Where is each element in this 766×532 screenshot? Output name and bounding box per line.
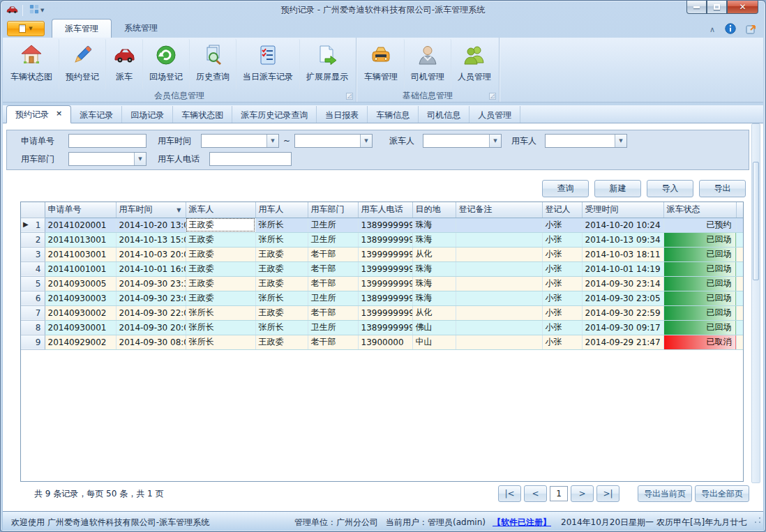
ribbon-button-车辆状态图[interactable]: 车辆状态图	[4, 39, 59, 89]
doc-tab-派车历史记录查询[interactable]: 派车历史记录查询	[232, 106, 317, 123]
use-time-from-combo[interactable]: ▼	[201, 134, 279, 148]
cell-登记备注[interactable]	[456, 232, 542, 247]
cell-派车人[interactable]: 张所长	[186, 335, 255, 349]
cell-登记备注[interactable]	[456, 305, 542, 320]
cell-用车人[interactable]: 王政委	[255, 247, 308, 261]
cell-受理时间[interactable]: 2014-09-30 23:05	[582, 291, 663, 305]
table-row[interactable]: 4201410010012014-10-01 16:00王政委王政委老干部139…	[21, 261, 743, 276]
doc-tab-当日报表[interactable]: 当日报表	[317, 106, 368, 123]
cell-登记人[interactable]: 小张	[542, 291, 582, 305]
cell-登记备注[interactable]	[456, 218, 542, 232]
ribbon-button-人员管理[interactable]: 人员管理	[451, 39, 497, 89]
next-page-button[interactable]: >	[571, 485, 594, 502]
cell-用车时间[interactable]: 2014-10-13 15:00	[116, 232, 186, 247]
prev-page-button[interactable]: <	[524, 485, 547, 502]
cell-登记人[interactable]: 小张	[542, 218, 582, 232]
doc-tab-预约记录[interactable]: 预约记录×	[6, 105, 71, 123]
doc-tab-车辆状态图[interactable]: 车辆状态图	[173, 106, 232, 123]
cell-申请单号[interactable]: 20140929002	[45, 335, 116, 349]
cell-目的地[interactable]: 珠海	[412, 291, 456, 305]
cell-受理时间[interactable]: 2014-09-30 22:59	[582, 305, 663, 320]
cell-用车人[interactable]: 张所长	[255, 320, 308, 335]
doc-tab-派车记录[interactable]: 派车记录	[71, 106, 122, 123]
cell-用车人电话[interactable]: 1389999999	[358, 320, 412, 335]
cell-登记人[interactable]: 小张	[542, 320, 582, 335]
cell-派车状态[interactable]: 已回场	[663, 247, 736, 261]
cell-受理时间[interactable]: 2014-10-13 09:34	[582, 232, 663, 247]
ribbon-button-司机管理[interactable]: 司机管理	[405, 39, 451, 89]
cell-目的地[interactable]: 从化	[412, 247, 456, 261]
cell-用车时间[interactable]: 2014-09-30 23:30	[116, 276, 186, 291]
cell-登记备注[interactable]	[456, 261, 542, 276]
ribbon-button-扩展屏显示[interactable]: 扩展屏显示	[300, 39, 354, 89]
column-header-申请单号[interactable]: 申请单号	[45, 202, 116, 218]
cell-用车人电话[interactable]: 13999999999	[358, 276, 412, 291]
cell-用车部门[interactable]: 老干部	[308, 335, 358, 349]
cell-登记人[interactable]: 小张	[542, 232, 582, 247]
column-header-登记人[interactable]: 登记人	[542, 202, 582, 218]
cell-用车时间[interactable]: 2014-09-30 22:00	[116, 305, 186, 320]
cell-用车人电话[interactable]: 1389999999	[358, 218, 412, 232]
cell-派车人[interactable]: 张所长	[186, 320, 255, 335]
cell-派车状态[interactable]: 已回场	[663, 291, 736, 305]
cell-用车部门[interactable]: 老干部	[308, 247, 358, 261]
vertical-scrollbar[interactable]	[751, 123, 760, 483]
cell-申请单号[interactable]: 20141013001	[45, 232, 116, 247]
cell-派车状态[interactable]: 已回场	[663, 320, 736, 335]
row-header[interactable]: 9	[21, 335, 45, 349]
cell-派车人[interactable]: 王政委	[186, 232, 255, 247]
page-number-input[interactable]	[550, 486, 568, 501]
action-button-查询[interactable]: 查询	[542, 180, 589, 197]
use-time-to-combo[interactable]: ▼	[294, 134, 373, 148]
cell-用车部门[interactable]: 老干部	[308, 276, 358, 291]
cell-目的地[interactable]: 从化	[412, 305, 456, 320]
table-row[interactable]: 9201409290022014-09-30 08:00张所长王政委老干部139…	[21, 335, 743, 349]
cell-用车人[interactable]: 张所长	[255, 291, 308, 305]
cell-登记备注[interactable]	[456, 276, 542, 291]
cell-登记人[interactable]: 小张	[542, 276, 582, 291]
ribbon-button-历史查询[interactable]: 历史查询	[190, 39, 236, 89]
cell-用车人[interactable]: 王政委	[255, 335, 308, 349]
cell-派车人[interactable]: 王政委	[186, 247, 255, 261]
cell-登记人[interactable]: 小张	[542, 335, 582, 349]
cell-登记备注[interactable]	[456, 247, 542, 261]
column-header-用车人[interactable]: 用车人	[255, 202, 308, 218]
action-button-新建[interactable]: 新建	[594, 180, 641, 197]
table-row[interactable]: 2201410130012014-10-13 15:00王政委张所长卫生所138…	[21, 232, 743, 247]
resize-grip-icon[interactable]	[754, 517, 761, 524]
table-row[interactable]: 6201409300032014-09-30 23:00王政委张所长卫生所138…	[21, 291, 743, 305]
last-page-button[interactable]: >|	[596, 485, 619, 502]
application-menu-button[interactable]: ▼	[7, 21, 45, 36]
table-row[interactable]: 5201409300052014-09-30 23:30王政委王政委老干部139…	[21, 276, 743, 291]
cell-申请单号[interactable]: 20141003001	[45, 247, 116, 261]
action-button-导出[interactable]: 导出	[699, 180, 746, 197]
cell-派车状态[interactable]: 已回场	[663, 261, 736, 276]
column-header-用车人电话[interactable]: 用车人电话	[358, 202, 412, 218]
close-button[interactable]: ✕	[727, 1, 758, 14]
column-header-登记备注[interactable]: 登记备注	[456, 202, 542, 218]
cell-用车部门[interactable]: 卫生所	[308, 320, 358, 335]
cell-派车人[interactable]: 王政委	[186, 261, 255, 276]
row-header[interactable]: 4	[21, 261, 45, 276]
ribbon-button-预约登记[interactable]: 预约登记	[59, 39, 106, 89]
cell-受理时间[interactable]: 2014-09-30 09:17	[582, 320, 663, 335]
ribbon-button-当日派车记录[interactable]: 当日派车记录	[236, 39, 300, 89]
column-header-派车状态[interactable]: 派车状态	[663, 202, 736, 218]
table-row[interactable]: 7201409300022014-09-30 22:00张所长王政委老干部139…	[21, 305, 743, 320]
table-row[interactable]: 3201410030012014-10-03 20:00王政委王政委老干部139…	[21, 247, 743, 261]
cell-目的地[interactable]: 珠海	[412, 218, 456, 232]
cell-登记人[interactable]: 小张	[542, 261, 582, 276]
dialog-launcher-icon[interactable]: ◿	[346, 93, 353, 100]
cell-受理时间[interactable]: 2014-09-29 21:47	[582, 335, 663, 349]
scrollbar-thumb[interactable]	[753, 162, 759, 280]
cell-目的地[interactable]: 珠海	[412, 232, 456, 247]
cell-受理时间[interactable]: 2014-10-03 18:11	[582, 247, 663, 261]
row-header[interactable]: 5	[21, 276, 45, 291]
cell-用车人电话[interactable]: 13900000	[358, 335, 412, 349]
doc-tab-司机信息[interactable]: 司机信息	[419, 106, 470, 123]
cell-用车人电话[interactable]: 1389999999	[358, 291, 412, 305]
cell-用车部门[interactable]: 老干部	[308, 305, 358, 320]
ribbon-tab-系统管理[interactable]: 系统管理	[112, 19, 170, 38]
first-page-button[interactable]: |<	[498, 485, 521, 502]
dept-combo[interactable]: ▼	[68, 152, 147, 166]
